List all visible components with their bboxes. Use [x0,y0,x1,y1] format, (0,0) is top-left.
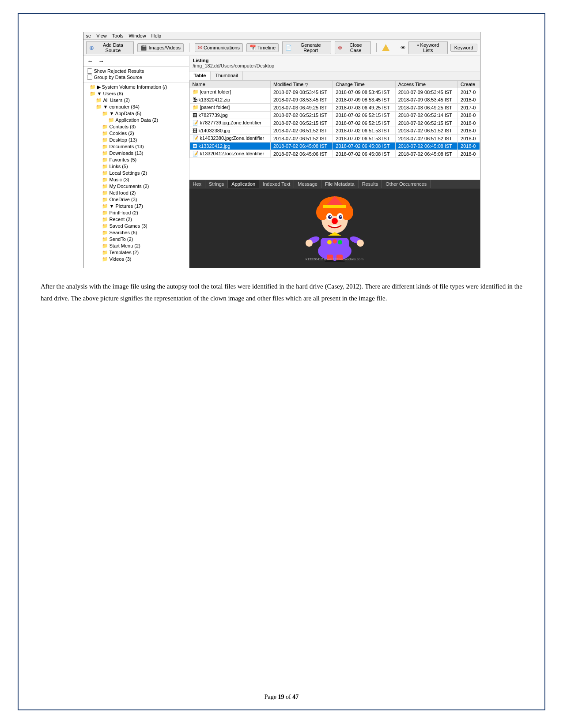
file-icon: 📁 [193,105,199,110]
forward-button[interactable]: → [96,57,106,65]
images-videos-button[interactable]: 🎬 Images/Videos [137,43,184,52]
tree-item[interactable]: 📁▼ AppData (5) [83,110,189,117]
bottom-tab-message[interactable]: Message [294,180,321,188]
bottom-tab-other-occurrences[interactable]: Other Occurrences [382,180,431,188]
listing-header: Listing /img_182.dd/Users/computer/Deskt… [189,56,480,71]
table-row[interactable]: 🖼 k7827739.jpg2018-07-02 06:52:15 IST201… [189,112,480,119]
table-row[interactable]: 📝 k14032380.jpg:Zone.Identifier2018-07-0… [189,135,480,143]
tree-item[interactable]: 📁▼ Pictures (17) [83,203,189,210]
file-data-cell: 2018-07-02 06:45:08 IST [333,150,395,158]
file-table-container: Name Modified Time ▽ Change Time Access … [189,80,480,180]
tree-item[interactable]: 📁Application Data (2) [83,117,189,124]
tree-item[interactable]: 📁Saved Games (3) [83,223,189,229]
tree-item[interactable]: 📁Favorites (5) [83,157,189,163]
keyword-button[interactable]: Keyword [450,44,477,52]
tab-thumbnail[interactable]: Thumbnail [211,71,242,80]
folder-icon: 📁 [102,243,108,248]
bottom-tab-hex[interactable]: Hex [189,180,206,188]
main-area: ← → Show Rejected Results Group by Data … [83,56,480,268]
folder-icon: 📁 [102,217,108,222]
file-data-cell: 2018-07-02 06:45:06 IST [270,150,333,158]
col-change[interactable]: Change Time [333,81,395,88]
menu-item-help[interactable]: Help [151,33,162,38]
table-row[interactable]: 📁 [current folder]2018-07-09 08:53:45 IS… [189,88,480,96]
col-name[interactable]: Name [189,81,270,88]
communications-button[interactable]: ✉ Communications [195,43,243,52]
close-case-icon: ⊗ [338,45,342,51]
file-name-cell: 🖼 k7827739.jpg [189,112,270,119]
tree-item[interactable]: 📁OneDrive (3) [83,196,189,203]
group-by-data-checkbox[interactable] [87,75,92,80]
tree-item[interactable]: 📁Searches (6) [83,229,189,236]
bottom-tab-application[interactable]: Application [228,180,259,188]
menu-item-se[interactable]: se [86,33,91,38]
tree-item[interactable]: 📁Cookies (2) [83,130,189,137]
menu-item-tools[interactable]: Tools [112,33,124,38]
communications-icon: ✉ [198,45,202,51]
col-create[interactable]: Create [458,81,480,88]
tree-item[interactable]: 📁Contacts (3) [83,124,189,130]
close-case-button[interactable]: ⊗ Close Case [335,41,371,54]
tree-item-label: PrintHood (2) [110,210,138,215]
col-access[interactable]: Access Time [395,81,457,88]
folder-icon: 📁 [102,131,108,136]
tree-item-label: Cookies (2) [110,131,134,136]
table-row[interactable]: 📝 k7827739.jpg:Zone.Identifier2018-07-02… [189,119,480,127]
tree-item[interactable]: 📁Music (3) [83,176,189,183]
tree-item[interactable]: 📁Links (5) [83,163,189,170]
keyword-section: 👁 • Keyword Lists Keyword [401,41,477,54]
tree-area: 📁▶ System Volume Information (/)📁▼ Users… [83,83,189,268]
menu-item-window[interactable]: Window [128,33,146,38]
file-data-cell: 2018-07-09 08:53:45 IST [395,88,457,96]
table-row[interactable]: 🗜 k13320412.zip2018-07-09 08:53:45 IST20… [189,96,480,104]
file-data-cell: 2018-0 [458,127,480,135]
nav-arrows: ← → [83,56,189,67]
file-data-cell: 2018-07-09 08:53:45 IST [270,88,333,96]
tree-item[interactable]: 📁Documents (13) [83,143,189,150]
tree-item[interactable]: 📁PrintHood (2) [83,210,189,216]
tree-item[interactable]: 📁SendTo (2) [83,236,189,243]
tree-item[interactable]: 📁▶ System Volume Information (/) [83,84,189,90]
add-data-source-button[interactable]: ⊕ Add Data Source [86,41,134,54]
tree-item[interactable]: 📁NetHood (2) [83,190,189,196]
tree-item[interactable]: 📁Start Menu (2) [83,243,189,249]
table-row[interactable]: 📝 k13320412.loo:Zone.Identifier2018-07-0… [189,150,480,158]
tree-item[interactable]: 📁Videos (3) [83,256,189,263]
bottom-tab-results[interactable]: Results [359,180,382,188]
table-row[interactable]: 🖼 k13320412.jpg2018-07-02 06:45:08 IST20… [189,143,480,150]
tree-item[interactable]: 📁Local Settings (2) [83,170,189,176]
folder-icon: 📁 [102,177,108,182]
page-footer: Page 19 of 47 [19,694,544,701]
timeline-button[interactable]: 📅 Timeline [246,43,279,52]
bottom-tab-file-metadata[interactable]: File Metadata [321,180,359,188]
folder-icon: 📁 [102,170,108,176]
col-modified[interactable]: Modified Time ▽ [270,81,333,88]
generate-report-button[interactable]: 📄 Generate Report [282,41,331,54]
menu-item-view[interactable]: View [96,33,107,38]
tree-item[interactable]: 📁Recent (2) [83,216,189,223]
tab-table[interactable]: Table [189,71,211,80]
tree-item[interactable]: 📁▼ Users (8) [83,90,189,97]
file-data-cell: 2018-07-02 06:51:53 IST [333,127,395,135]
keyword-lists-button[interactable]: • Keyword Lists [408,41,447,54]
tree-item[interactable]: 📁Downloads (13) [83,150,189,157]
file-icon: 🖼 [193,143,197,149]
table-row[interactable]: 🖼 k14032380.jpg2018-07-02 06:51:52 IST20… [189,127,480,135]
file-data-cell: 2018-07-02 06:52:14 IST [395,112,457,119]
toolbar-separator-3 [395,43,395,52]
tree-item[interactable]: 📁Desktop (13) [83,137,189,143]
show-rejected-checkbox[interactable] [87,68,92,74]
tree-item[interactable]: 📁All Users (2) [83,97,189,104]
sort-arrow-icon: ▽ [305,83,308,87]
tree-item[interactable]: 📁▼ computer (34) [83,104,189,110]
bottom-tab-strings[interactable]: Strings [205,180,228,188]
bottom-tab-indexed-text[interactable]: Indexed Text [259,180,294,188]
clown-image [304,194,366,262]
svg-point-7 [306,240,313,247]
back-button[interactable]: ← [85,57,95,65]
file-data-cell: 2018-07-02 06:51:52 IST [270,127,333,135]
tree-item[interactable]: 📁Templates (2) [83,249,189,256]
table-row[interactable]: 📁 [parent folder]2018-07-03 06:49:25 IST… [189,104,480,112]
footer-text: Page [264,694,278,700]
tree-item[interactable]: 📁My Documents (2) [83,183,189,190]
